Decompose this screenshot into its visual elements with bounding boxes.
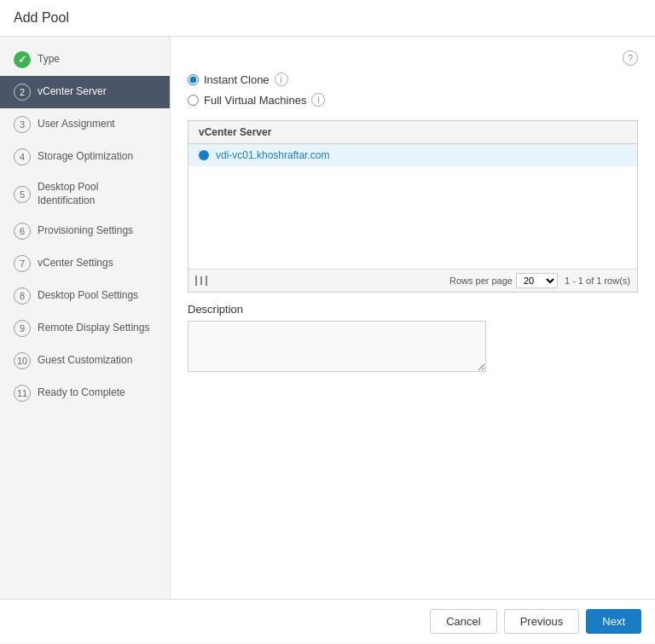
sidebar-item-label-vcenter-settings: vCenter Settings: [38, 257, 113, 270]
table-header-label: vCenter Server: [199, 126, 271, 138]
step-num-2: 2: [14, 84, 31, 101]
step-num-3: 3: [14, 116, 31, 133]
sidebar-item-ready-to-complete[interactable]: 11 Ready to Complete: [0, 377, 170, 409]
sidebar-item-remote-display[interactable]: 9 Remote Display Settings: [0, 312, 170, 345]
content-area: ? Instant Clone i Full Virtual Machines …: [171, 37, 655, 599]
sidebar-item-label-storage: Storage Optimization: [38, 150, 133, 164]
sidebar-item-provisioning-settings[interactable]: 6 Provisioning Settings: [0, 215, 170, 247]
pagination-text: 1 - 1 of 1 row(s): [565, 276, 630, 286]
check-icon-type: [14, 51, 31, 68]
next-button[interactable]: Next: [586, 609, 641, 634]
rows-per-page-label: Rows per page: [449, 276, 513, 286]
step-num-9: 9: [14, 320, 31, 337]
step-num-5: 5: [14, 186, 31, 203]
info-icon-instant-clone[interactable]: i: [275, 73, 288, 86]
rows-per-page-select[interactable]: 20 50 100: [516, 273, 558, 288]
sidebar-item-label-pool-id: Desktop Pool Identification: [38, 181, 156, 207]
row-radio-selected: [199, 150, 209, 160]
step-num-7: 7: [14, 255, 31, 272]
step-num-4: 4: [14, 148, 31, 165]
description-section: Description: [188, 303, 638, 374]
table-empty-area: [188, 166, 637, 269]
sidebar-item-label-guest-customization: Guest Customization: [38, 354, 132, 368]
sidebar-item-vcenter-server[interactable]: 2 vCenter Server: [0, 76, 170, 108]
sidebar-item-label-desktop-pool: Desktop Pool Settings: [38, 289, 138, 303]
radio-input-instant-clone[interactable]: [188, 74, 199, 85]
table-footer: Rows per page 20 50 100 1 - 1 of 1 row(s…: [188, 269, 637, 292]
page-title: Add Pool: [14, 10, 69, 25]
description-label: Description: [188, 303, 638, 316]
radio-full-vm[interactable]: Full Virtual Machines i: [188, 93, 638, 107]
info-icon-full-vm[interactable]: i: [311, 93, 325, 107]
sidebar-item-label-vcenter: vCenter Server: [38, 85, 107, 99]
sidebar-item-desktop-pool-settings[interactable]: 8 Desktop Pool Settings: [0, 280, 170, 312]
sidebar-item-storage-optimization[interactable]: 4 Storage Optimization: [0, 141, 170, 173]
vcenter-server-table: vCenter Server vdi-vc01.khoshraftar.com …: [188, 120, 638, 293]
radio-instant-clone[interactable]: Instant Clone i: [188, 73, 638, 86]
vcenter-server-name: vdi-vc01.khoshraftar.com: [216, 149, 329, 161]
sidebar-item-label-user-assignment: User Assignment: [38, 118, 115, 131]
previous-button[interactable]: Previous: [504, 609, 580, 634]
help-icon[interactable]: ?: [623, 50, 638, 66]
radio-label-instant-clone: Instant Clone: [204, 73, 270, 86]
sidebar-item-label-remote-display: Remote Display Settings: [38, 322, 149, 335]
sidebar-item-label-provisioning: Provisioning Settings: [38, 224, 133, 238]
table-row[interactable]: vdi-vc01.khoshraftar.com: [188, 144, 637, 166]
page-header: Add Pool: [0, 0, 655, 37]
sidebar-item-label-ready: Ready to Complete: [38, 386, 125, 400]
rows-per-page-control: Rows per page 20 50 100: [449, 273, 558, 288]
cancel-button[interactable]: Cancel: [430, 609, 496, 634]
sidebar-item-type[interactable]: Type: [0, 44, 170, 76]
col-bar-1: [195, 276, 197, 286]
step-num-6: 6: [14, 223, 31, 240]
footer-bar: Cancel Previous Next: [0, 599, 655, 643]
step-num-8: 8: [14, 287, 31, 305]
step-num-10: 10: [14, 352, 31, 369]
step-num-11: 11: [14, 385, 31, 402]
radio-input-full-vm[interactable]: [188, 95, 199, 106]
sidebar: Type 2 vCenter Server 3 User Assignment …: [0, 37, 171, 599]
sidebar-item-guest-customization[interactable]: 10 Guest Customization: [0, 345, 170, 377]
col-bar-3: [206, 276, 207, 286]
sidebar-item-label-type: Type: [38, 53, 60, 67]
table-header: vCenter Server: [188, 121, 637, 144]
radio-group-clone-type: Instant Clone i Full Virtual Machines i: [188, 73, 638, 107]
sidebar-item-user-assignment[interactable]: 3 User Assignment: [0, 108, 170, 141]
columns-toggle[interactable]: [195, 276, 207, 286]
description-textarea[interactable]: [188, 321, 486, 372]
col-bar-2: [200, 276, 202, 285]
radio-label-full-vm: Full Virtual Machines: [204, 94, 306, 107]
sidebar-item-pool-identification[interactable]: 5 Desktop Pool Identification: [0, 173, 170, 215]
columns-icon[interactable]: [195, 276, 207, 286]
sidebar-item-vcenter-settings[interactable]: 7 vCenter Settings: [0, 247, 170, 280]
